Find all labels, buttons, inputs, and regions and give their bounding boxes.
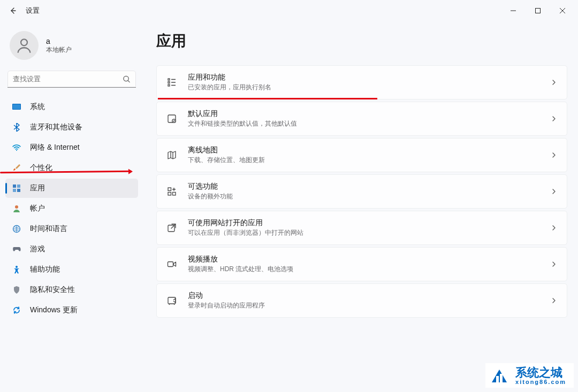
watermark-logo-icon	[489, 366, 510, 386]
svg-rect-6	[13, 185, 16, 188]
svg-rect-15	[168, 84, 170, 86]
svg-point-10	[15, 205, 18, 209]
close-button[interactable]	[550, 2, 575, 19]
svg-rect-4	[13, 104, 20, 109]
svg-rect-22	[168, 262, 173, 267]
update-icon	[12, 305, 21, 315]
sidebar-item-label: 蓝牙和其他设备	[30, 122, 82, 132]
card-title: 默认应用	[188, 109, 540, 119]
sidebar-item-accounts[interactable]: 帐户	[5, 199, 138, 218]
sidebar-item-gaming[interactable]: 游戏	[5, 240, 138, 259]
system-icon	[12, 102, 21, 112]
card-desc: 视频调整、HDR 流式处理、电池选项	[188, 265, 540, 274]
svg-rect-0	[536, 9, 541, 13]
sidebar-item-bluetooth[interactable]: 蓝牙和其他设备	[5, 118, 138, 137]
default-apps-icon	[166, 113, 177, 124]
startup-icon	[166, 295, 177, 306]
apps-icon	[12, 183, 21, 193]
card-desc: 登录时自动启动的应用程序	[188, 301, 540, 310]
back-button[interactable]	[3, 1, 22, 20]
main-content: 应用 应用和功能 已安装的应用，应用执行别名 默认应用 文件和链接类型的默认值，…	[143, 21, 578, 392]
titlebar: 设置	[0, 0, 578, 21]
svg-rect-9	[17, 189, 20, 192]
chevron-right-icon	[551, 116, 557, 122]
sidebar-item-label: 网络 & Internet	[30, 143, 80, 152]
maximize-icon	[535, 8, 541, 13]
watermark: 系统之城 xitong86.com	[485, 363, 574, 388]
avatar	[10, 31, 39, 60]
sidebar-item-personalization[interactable]: 个性化	[5, 158, 138, 178]
account-block[interactable]: a 本地帐户	[5, 27, 138, 71]
chevron-right-icon	[551, 225, 557, 231]
card-desc: 已安装的应用，应用执行别名	[188, 83, 540, 92]
window-title: 设置	[26, 6, 40, 16]
list-icon	[166, 77, 177, 88]
sidebar-item-windows-update[interactable]: Windows 更新	[5, 301, 138, 320]
svg-point-5	[16, 150, 17, 151]
minimize-button[interactable]	[501, 2, 526, 19]
card-video-playback[interactable]: 视频播放 视频调整、HDR 流式处理、电池选项	[156, 247, 567, 281]
card-title: 启动	[188, 291, 540, 301]
chevron-right-icon	[551, 152, 557, 158]
sidebar-item-label: Windows 更新	[30, 305, 78, 315]
search-input[interactable]	[7, 71, 136, 88]
sidebar-item-label: 系统	[30, 102, 45, 112]
sidebar-item-label: 应用	[30, 183, 45, 193]
sidebar-item-system[interactable]: 系统	[5, 97, 138, 117]
sidebar-item-label: 隐私和安全性	[30, 285, 75, 295]
video-icon	[166, 259, 177, 270]
sidebar-item-network[interactable]: 网络 & Internet	[5, 138, 138, 157]
svg-point-1	[21, 39, 27, 45]
grid-plus-icon	[166, 186, 177, 197]
card-optional-features[interactable]: 可选功能 设备的额外功能	[156, 174, 567, 209]
accessibility-icon	[12, 265, 21, 274]
sidebar: a 本地帐户 系统 蓝牙和其他设备 网络 & Internet	[0, 21, 143, 392]
globe-icon	[12, 224, 21, 234]
page-title: 应用	[156, 31, 567, 51]
sidebar-item-label: 游戏	[30, 244, 45, 254]
sidebar-item-time-language[interactable]: 时间和语言	[5, 219, 138, 239]
svg-rect-14	[168, 82, 170, 83]
annotation-red-underline-card	[158, 98, 377, 99]
close-icon	[560, 8, 565, 13]
card-title: 视频播放	[188, 255, 540, 264]
svg-rect-13	[168, 79, 170, 80]
chevron-right-icon	[551, 188, 557, 195]
back-arrow-icon	[9, 6, 17, 15]
sidebar-item-label: 辅助功能	[30, 265, 60, 274]
external-link-icon	[166, 222, 177, 233]
maximize-button[interactable]	[526, 2, 550, 19]
card-default-apps[interactable]: 默认应用 文件和链接类型的默认值，其他默认值	[156, 102, 567, 136]
card-desc: 下载、存储位置、地图更新	[188, 156, 540, 165]
sidebar-item-accessibility[interactable]: 辅助功能	[5, 260, 138, 279]
account-name: a	[46, 37, 72, 45]
svg-point-12	[16, 266, 18, 268]
map-icon	[166, 150, 177, 160]
person-icon	[15, 36, 33, 55]
search-container	[7, 71, 136, 88]
svg-rect-20	[173, 193, 176, 196]
bluetooth-icon	[12, 122, 21, 132]
wifi-icon	[12, 143, 21, 152]
chevron-right-icon	[551, 79, 557, 86]
sidebar-item-privacy[interactable]: 隐私和安全性	[5, 280, 138, 299]
shield-icon	[12, 285, 21, 295]
card-desc: 可以在应用（而非浏览器）中打开的网站	[188, 228, 540, 237]
card-desc: 设备的额外功能	[188, 192, 540, 201]
card-startup[interactable]: 启动 登录时自动启动的应用程序	[156, 283, 567, 318]
gamepad-icon	[12, 244, 21, 254]
card-desc: 文件和链接类型的默认值，其他默认值	[188, 119, 540, 128]
card-apps-for-websites[interactable]: 可使用网站打开的应用 可以在应用（而非浏览器）中打开的网站	[156, 211, 567, 245]
card-offline-maps[interactable]: 离线地图 下载、存储位置、地图更新	[156, 138, 567, 172]
svg-rect-7	[17, 185, 20, 188]
card-title: 可选功能	[188, 182, 540, 191]
account-icon	[12, 204, 21, 213]
svg-rect-18	[168, 188, 171, 191]
sidebar-item-label: 时间和语言	[30, 224, 67, 234]
minimize-icon	[511, 8, 516, 13]
watermark-text-en: xitong86.com	[515, 379, 566, 385]
sidebar-item-apps[interactable]: 应用	[5, 179, 138, 198]
card-title: 应用和功能	[188, 73, 540, 82]
card-apps-features[interactable]: 应用和功能 已安装的应用，应用执行别名	[156, 65, 567, 99]
account-type: 本地帐户	[46, 45, 72, 55]
